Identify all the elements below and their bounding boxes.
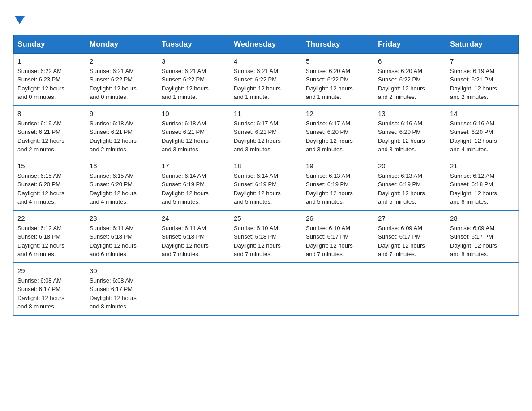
day-info: Sunrise: 6:19 AMSunset: 6:21 PMDaylight:… (450, 67, 515, 102)
day-number: 28 (450, 214, 515, 222)
day-cell (302, 263, 374, 315)
day-cell: 19Sunrise: 6:13 AMSunset: 6:19 PMDayligh… (302, 158, 374, 210)
day-info: Sunrise: 6:14 AMSunset: 6:19 PMDaylight:… (234, 171, 298, 206)
day-number: 26 (306, 214, 370, 222)
day-cell: 10Sunrise: 6:18 AMSunset: 6:21 PMDayligh… (158, 106, 230, 158)
day-cell: 12Sunrise: 6:17 AMSunset: 6:20 PMDayligh… (302, 106, 374, 158)
day-cell: 1Sunrise: 6:22 AMSunset: 6:23 PMDaylight… (14, 53, 86, 106)
header-monday: Monday (86, 35, 158, 53)
day-cell: 18Sunrise: 6:14 AMSunset: 6:19 PMDayligh… (230, 158, 302, 210)
day-info: Sunrise: 6:14 AMSunset: 6:19 PMDaylight:… (162, 171, 226, 206)
day-info: Sunrise: 6:21 AMSunset: 6:22 PMDaylight:… (90, 67, 154, 102)
day-number: 13 (378, 110, 442, 117)
day-number: 29 (17, 267, 82, 274)
logo-block (13, 13, 25, 26)
day-cell: 7Sunrise: 6:19 AMSunset: 6:21 PMDaylight… (446, 53, 519, 106)
day-cell: 17Sunrise: 6:14 AMSunset: 6:19 PMDayligh… (158, 158, 230, 210)
day-info: Sunrise: 6:20 AMSunset: 6:22 PMDaylight:… (378, 67, 442, 102)
day-number: 16 (90, 162, 154, 170)
day-cell: 28Sunrise: 6:09 AMSunset: 6:17 PMDayligh… (446, 210, 519, 263)
day-cell: 23Sunrise: 6:11 AMSunset: 6:18 PMDayligh… (86, 210, 158, 263)
day-info: Sunrise: 6:09 AMSunset: 6:17 PMDaylight:… (450, 224, 515, 259)
day-number: 14 (450, 110, 515, 117)
day-cell (374, 263, 446, 315)
day-cell: 27Sunrise: 6:09 AMSunset: 6:17 PMDayligh… (374, 210, 446, 263)
day-info: Sunrise: 6:17 AMSunset: 6:21 PMDaylight:… (234, 119, 298, 154)
day-number: 24 (162, 214, 226, 222)
day-info: Sunrise: 6:10 AMSunset: 6:17 PMDaylight:… (306, 224, 370, 259)
day-number: 17 (162, 162, 226, 170)
day-number: 15 (17, 162, 82, 170)
day-info: Sunrise: 6:12 AMSunset: 6:18 PMDaylight:… (450, 171, 515, 206)
day-info: Sunrise: 6:18 AMSunset: 6:21 PMDaylight:… (162, 119, 226, 154)
day-number: 12 (306, 110, 370, 117)
header-saturday: Saturday (446, 35, 519, 53)
day-info: Sunrise: 6:15 AMSunset: 6:20 PMDaylight:… (90, 171, 154, 206)
day-info: Sunrise: 6:11 AMSunset: 6:18 PMDaylight:… (90, 224, 154, 259)
day-cell: 5Sunrise: 6:20 AMSunset: 6:22 PMDaylight… (302, 53, 374, 106)
day-number: 22 (17, 214, 82, 222)
day-cell: 3Sunrise: 6:21 AMSunset: 6:22 PMDaylight… (158, 53, 230, 106)
header-friday: Friday (374, 35, 446, 53)
logo-triangle-icon (15, 14, 25, 24)
day-number: 7 (450, 57, 515, 65)
day-info: Sunrise: 6:17 AMSunset: 6:20 PMDaylight:… (306, 119, 370, 154)
day-cell: 8Sunrise: 6:19 AMSunset: 6:21 PMDaylight… (14, 106, 86, 158)
day-cell: 9Sunrise: 6:18 AMSunset: 6:21 PMDaylight… (86, 106, 158, 158)
day-info: Sunrise: 6:08 AMSunset: 6:17 PMDaylight:… (17, 276, 82, 311)
week-row-5: 29Sunrise: 6:08 AMSunset: 6:17 PMDayligh… (14, 263, 519, 315)
day-info: Sunrise: 6:19 AMSunset: 6:21 PMDaylight:… (17, 119, 82, 154)
day-cell: 30Sunrise: 6:08 AMSunset: 6:17 PMDayligh… (86, 263, 158, 315)
day-info: Sunrise: 6:15 AMSunset: 6:20 PMDaylight:… (17, 171, 82, 206)
day-cell: 4Sunrise: 6:21 AMSunset: 6:22 PMDaylight… (230, 53, 302, 106)
day-number: 18 (234, 162, 298, 170)
day-number: 6 (378, 57, 442, 65)
day-info: Sunrise: 6:20 AMSunset: 6:22 PMDaylight:… (306, 67, 370, 102)
day-number: 10 (162, 110, 226, 117)
header-thursday: Thursday (302, 35, 374, 53)
day-cell: 26Sunrise: 6:10 AMSunset: 6:17 PMDayligh… (302, 210, 374, 263)
day-number: 11 (234, 110, 298, 117)
day-cell (230, 263, 302, 315)
day-info: Sunrise: 6:21 AMSunset: 6:22 PMDaylight:… (162, 67, 226, 102)
day-info: Sunrise: 6:22 AMSunset: 6:23 PMDaylight:… (17, 67, 82, 102)
svg-marker-0 (15, 16, 25, 24)
header-sunday: Sunday (14, 35, 86, 53)
day-cell: 6Sunrise: 6:20 AMSunset: 6:22 PMDaylight… (374, 53, 446, 106)
day-cell: 15Sunrise: 6:15 AMSunset: 6:20 PMDayligh… (14, 158, 86, 210)
day-number: 4 (234, 57, 298, 65)
day-number: 5 (306, 57, 370, 65)
logo (13, 13, 25, 26)
day-cell: 22Sunrise: 6:12 AMSunset: 6:18 PMDayligh… (14, 210, 86, 263)
day-number: 27 (378, 214, 442, 222)
day-cell: 29Sunrise: 6:08 AMSunset: 6:17 PMDayligh… (14, 263, 86, 315)
day-info: Sunrise: 6:21 AMSunset: 6:22 PMDaylight:… (234, 67, 298, 102)
day-number: 9 (90, 110, 154, 117)
calendar-table: SundayMondayTuesdayWednesdayThursdayFrid… (13, 35, 519, 316)
day-cell (446, 263, 519, 315)
day-cell: 20Sunrise: 6:13 AMSunset: 6:19 PMDayligh… (374, 158, 446, 210)
day-number: 8 (17, 110, 82, 117)
day-number: 20 (378, 162, 442, 170)
week-row-2: 8Sunrise: 6:19 AMSunset: 6:21 PMDaylight… (14, 106, 519, 158)
day-cell: 13Sunrise: 6:16 AMSunset: 6:20 PMDayligh… (374, 106, 446, 158)
header-tuesday: Tuesday (158, 35, 230, 53)
day-cell: 2Sunrise: 6:21 AMSunset: 6:22 PMDaylight… (86, 53, 158, 106)
day-number: 3 (162, 57, 226, 65)
day-info: Sunrise: 6:11 AMSunset: 6:18 PMDaylight:… (162, 224, 226, 259)
day-number: 1 (17, 57, 82, 65)
day-number: 25 (234, 214, 298, 222)
calendar-header-row: SundayMondayTuesdayWednesdayThursdayFrid… (14, 35, 519, 53)
day-number: 19 (306, 162, 370, 170)
day-info: Sunrise: 6:16 AMSunset: 6:20 PMDaylight:… (378, 119, 442, 154)
day-cell: 24Sunrise: 6:11 AMSunset: 6:18 PMDayligh… (158, 210, 230, 263)
day-number: 21 (450, 162, 515, 170)
day-cell: 14Sunrise: 6:16 AMSunset: 6:20 PMDayligh… (446, 106, 519, 158)
header-wednesday: Wednesday (230, 35, 302, 53)
page-header (13, 13, 519, 26)
day-info: Sunrise: 6:08 AMSunset: 6:17 PMDaylight:… (90, 276, 154, 311)
day-cell: 11Sunrise: 6:17 AMSunset: 6:21 PMDayligh… (230, 106, 302, 158)
day-info: Sunrise: 6:18 AMSunset: 6:21 PMDaylight:… (90, 119, 154, 154)
day-cell: 16Sunrise: 6:15 AMSunset: 6:20 PMDayligh… (86, 158, 158, 210)
day-cell: 25Sunrise: 6:10 AMSunset: 6:18 PMDayligh… (230, 210, 302, 263)
